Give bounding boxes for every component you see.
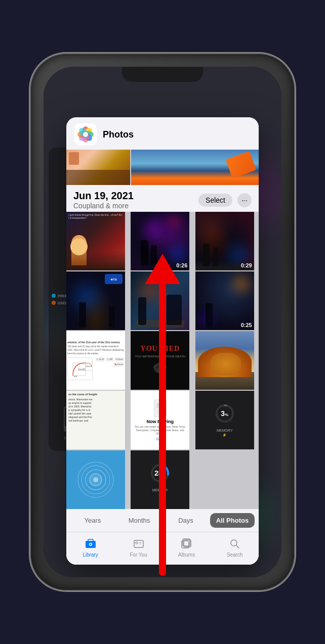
svg-point-31 bbox=[136, 542, 138, 544]
tab-library[interactable]: Library bbox=[66, 537, 114, 558]
tab-for-you[interactable]: For You bbox=[114, 537, 162, 558]
svg-point-17 bbox=[161, 366, 164, 368]
now-playing-desc: You can now swipe up to access Sleep Tim… bbox=[133, 425, 187, 435]
top-image-bar bbox=[66, 150, 259, 185]
photo-cell-stats2[interactable] bbox=[66, 450, 125, 509]
you-died-sub: YOU WATERFALL TO YOUR DEATH bbox=[135, 355, 185, 358]
photo-cell-dance4[interactable] bbox=[131, 271, 189, 330]
svg-point-16 bbox=[156, 366, 158, 368]
photo-cell-dance3[interactable]: ★TX bbox=[66, 271, 125, 330]
duration-badge-dance5: 0:25 bbox=[241, 322, 252, 328]
now-playing-got-it[interactable]: Got it bbox=[156, 437, 165, 441]
photos-app-card: Photos bbox=[66, 117, 259, 565]
svg-point-8 bbox=[83, 132, 88, 137]
duration-badge-dance1: 0:26 bbox=[176, 262, 187, 268]
photo-cell-stats1[interactable]: 3% MEMORY ⚡ bbox=[195, 391, 254, 449]
photo-cell-dance2[interactable]: 0:29 bbox=[195, 212, 254, 270]
days-btn[interactable]: Days bbox=[164, 513, 208, 528]
more-button[interactable]: ··· bbox=[237, 193, 252, 207]
photo-cell-math[interactable]: solstice, of the 21st year of the 21st c… bbox=[66, 331, 125, 390]
tab-albums-label: Albums bbox=[178, 552, 195, 558]
svg-text:21×21: 21×21 bbox=[78, 368, 85, 371]
photos-content-area: Jun 19, 2021 Coupland & more Select ··· bbox=[66, 150, 259, 565]
now-playing-title: Now Playing bbox=[147, 419, 174, 424]
svg-rect-30 bbox=[134, 540, 143, 547]
svg-point-29 bbox=[90, 544, 91, 545]
tab-for-you-label: For You bbox=[130, 552, 147, 558]
app-card-header: Photos bbox=[66, 117, 259, 150]
svg-point-15 bbox=[154, 363, 166, 373]
tab-albums[interactable]: Albums bbox=[162, 537, 211, 558]
photo-cell-article[interactable]: ce the costs of freight struck. Mamontov… bbox=[66, 391, 125, 449]
app-title: Photos bbox=[103, 129, 134, 140]
svg-point-24 bbox=[93, 477, 98, 482]
you-died-main: YOU DIED bbox=[141, 345, 180, 353]
svg-text:8×8: 8×8 bbox=[74, 376, 77, 378]
date-subtitle: Coupland & more bbox=[73, 202, 134, 210]
years-btn[interactable]: Years bbox=[70, 513, 115, 528]
date-title: Jun 19, 2021 bbox=[73, 190, 134, 202]
photo-cell-dance1[interactable]: 0:26 bbox=[131, 212, 189, 270]
photo-grid: f guilt shoots through me. Does she kno.… bbox=[66, 212, 259, 509]
photo-cell-dog[interactable] bbox=[195, 331, 254, 390]
duration-badge-dance2: 0:29 bbox=[241, 262, 252, 268]
albums-icon bbox=[180, 537, 193, 550]
search-icon bbox=[228, 537, 241, 550]
phone-frame: Photos FREE USED bbox=[31, 54, 294, 590]
svg-text:13×13: 13×13 bbox=[86, 365, 92, 367]
date-header: Jun 19, 2021 Coupland & more Select ··· bbox=[66, 185, 259, 212]
notch bbox=[122, 67, 203, 82]
photo-cell-youdied[interactable]: YOU DIED YOU WATERFALL TO YOUR DEATH bbox=[131, 331, 189, 390]
tab-search-label: Search bbox=[227, 552, 243, 558]
photo-cell-stats3[interactable]: 28% MEMORY ⚡ bbox=[131, 450, 189, 509]
tab-search[interactable]: Search bbox=[211, 537, 259, 558]
months-btn[interactable]: Months bbox=[117, 513, 161, 528]
svg-point-35 bbox=[231, 540, 237, 546]
all-photos-btn[interactable]: All Photos bbox=[210, 513, 255, 528]
photos-app-icon bbox=[74, 123, 97, 146]
tab-bar: Library For You bbox=[66, 532, 259, 565]
svg-line-36 bbox=[236, 545, 239, 548]
photo-cell-dance5[interactable]: 0:25 bbox=[195, 271, 254, 330]
photo-cell-anime[interactable]: f guilt shoots through me. Does she kno.… bbox=[66, 212, 125, 270]
view-switcher: Years Months Days All Photos bbox=[66, 509, 259, 532]
photo-cell-nowplaying[interactable]: Now Playing You can now swipe up to acce… bbox=[131, 391, 189, 449]
phone-screen: Photos FREE USED bbox=[44, 67, 281, 577]
select-button[interactable]: Select bbox=[198, 194, 232, 207]
library-icon bbox=[84, 537, 97, 550]
tab-library-label: Library bbox=[83, 552, 98, 558]
for-you-icon bbox=[132, 537, 145, 550]
